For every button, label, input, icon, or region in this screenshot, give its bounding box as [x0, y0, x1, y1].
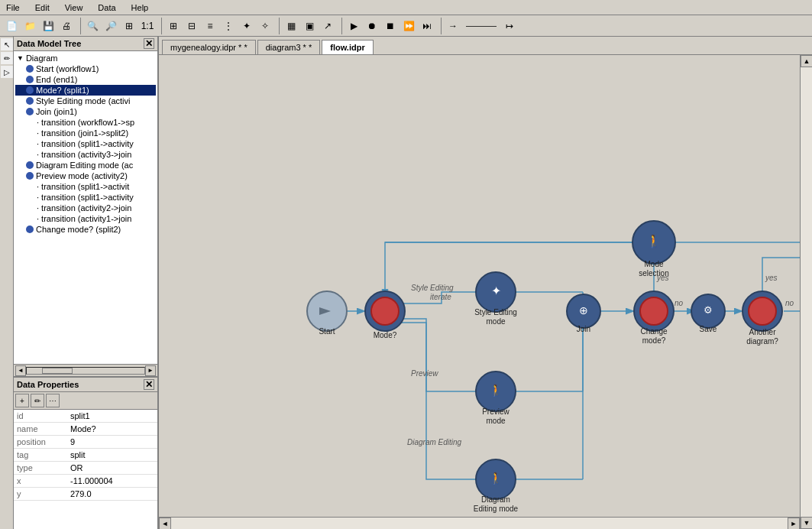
align-button[interactable]: ⊟ — [183, 18, 200, 34]
tool10[interactable]: → — [445, 18, 461, 34]
select-tool[interactable]: ↖ — [1, 38, 13, 50]
scroll-right-canvas[interactable]: ► — [788, 518, 800, 529]
record-button[interactable]: ⏺ — [364, 18, 380, 34]
menu-bar: File Edit View Data Help — [0, 0, 812, 15]
label-no1: no — [675, 299, 684, 307]
tree-item-tr5[interactable]: · transition (split1->activit — [15, 181, 156, 192]
tool6[interactable]: ✧ — [257, 18, 273, 34]
tree-item-label: · transition (split1->activity — [37, 139, 134, 148]
label-preview: Preview — [411, 369, 438, 378]
tree-item-tr8[interactable]: · transition (activity1->join — [15, 213, 156, 224]
tree-item-style-editing[interactable]: Style Editing mode (activi — [15, 96, 156, 106]
tree-item-label: Diagram — [26, 54, 58, 63]
tool5[interactable]: ✦ — [238, 18, 255, 34]
props-table: idsplit1nameMode?position9tagsplittypeOR… — [14, 410, 157, 529]
zoom-out-button[interactable]: 🔎 — [102, 18, 119, 34]
menu-view[interactable]: View — [62, 2, 86, 14]
menu-help[interactable]: Help — [128, 2, 152, 14]
tree-dot-icon — [26, 86, 34, 94]
scroll-up-canvas[interactable]: ▲ — [801, 55, 812, 67]
zoom-100-button[interactable]: 1:1 — [139, 18, 156, 34]
sep4 — [339, 18, 342, 34]
data-props-close[interactable]: ✕ — [144, 379, 154, 390]
tool4[interactable]: ⋮ — [220, 18, 237, 34]
hscroll-track[interactable] — [171, 518, 788, 529]
tree-item-label: · transition (join1->split2) — [37, 128, 128, 138]
open-button[interactable]: 📁 — [21, 18, 38, 34]
props-row: x-11.000004 — [14, 475, 157, 488]
canvas-container: iterate Style Editing Preview Diagram Ed… — [159, 55, 800, 529]
canvas-inner: iterate Style Editing Preview Diagram Ed… — [159, 55, 812, 529]
prop-value: 9 — [67, 436, 157, 449]
tree-item-diagram[interactable]: ▼ Diagram — [15, 53, 156, 63]
sep3 — [277, 18, 280, 34]
zoom-in-button[interactable]: 🔍 — [84, 18, 101, 34]
tree-item-diagram-editing[interactable]: Diagram Editing mode (ac — [15, 160, 156, 170]
new-button[interactable]: 📄 — [3, 18, 20, 34]
prop-key: y — [14, 488, 67, 501]
menu-data[interactable]: Data — [95, 2, 118, 14]
tool8[interactable]: ▣ — [301, 18, 318, 34]
tree-item-tr3[interactable]: · transition (split1->activity — [15, 138, 156, 149]
tree-scrollbar-h[interactable]: ◄ ► — [14, 364, 157, 376]
tree-item-tr6[interactable]: · transition (split1->activity — [15, 192, 156, 203]
props-add-btn[interactable]: + — [15, 394, 29, 407]
menu-edit[interactable]: Edit — [32, 2, 53, 14]
tool11[interactable]: ↦ — [501, 18, 518, 34]
tree-item-tr2[interactable]: · transition (join1->split2) — [15, 128, 156, 138]
step-button[interactable]: ⏭ — [419, 18, 435, 34]
label-style-editing: Style Editing — [411, 284, 454, 292]
tree-item-mode[interactable]: Mode? (split1) — [15, 85, 156, 96]
arrow-tool[interactable]: ▷ — [1, 66, 13, 78]
left-panel: Data Model Tree ✕ ▼ Diagram Start (workf… — [14, 37, 159, 529]
canvas-area[interactable]: iterate Style Editing Preview Diagram Ed… — [159, 55, 800, 517]
tab-flow[interactable]: flow.idpr — [322, 40, 373, 54]
tree-item-join[interactable]: Join (join1) — [15, 106, 156, 117]
zoom-fit-button[interactable]: ⊞ — [121, 18, 137, 34]
tree-item-tr4[interactable]: · transition (activity3->join — [15, 149, 156, 160]
scroll-left-canvas[interactable]: ◄ — [159, 518, 171, 529]
tree-item-start[interactable]: Start (workflow1) — [15, 63, 156, 74]
tree-item-label: · transition (split1->activit — [37, 182, 129, 191]
tree-item-label: Change mode? (split2) — [36, 225, 121, 234]
stop-button[interactable]: ⏹ — [382, 18, 399, 34]
draw-tool[interactable]: ✏ — [1, 52, 13, 64]
props-edit-btn[interactable]: ✏ — [31, 394, 44, 407]
print-button[interactable]: 🖨 — [58, 18, 75, 34]
menu-file[interactable]: File — [3, 2, 23, 14]
node-another-label1: Another — [749, 328, 776, 336]
props-more-btn[interactable]: ⋯ — [46, 394, 60, 407]
tree-item-label: · transition (activity3->join — [37, 150, 131, 159]
sep1 — [78, 18, 81, 34]
edge-mode-preview — [400, 319, 480, 391]
grid-button[interactable]: ⊞ — [165, 18, 182, 34]
play-button[interactable]: ▶ — [345, 18, 362, 34]
node-modesel-label2: selection — [639, 269, 668, 277]
tree-content[interactable]: ▼ Diagram Start (workflow1) End (end1) M… — [14, 51, 157, 364]
scroll-left-btn[interactable]: ◄ — [15, 365, 26, 376]
tool9[interactable]: ↗ — [319, 18, 336, 34]
save-button[interactable]: 💾 — [40, 18, 57, 34]
tree-item-tr1[interactable]: · transition (workflow1->sp — [15, 117, 156, 128]
toolbar: 📄 📁 💾 🖨 🔍 🔎 ⊞ 1:1 ⊞ ⊟ ≡ ⋮ ✦ ✧ ▦ ▣ ↗ ▶ ⏺ … — [0, 15, 812, 37]
fast-fwd-button[interactable]: ⏩ — [400, 18, 417, 34]
scroll-down-canvas[interactable]: ▼ — [801, 517, 812, 529]
tab-diagram3[interactable]: diagram3 * — [257, 40, 321, 54]
tree-panel-close[interactable]: ✕ — [144, 38, 154, 49]
tree-item-preview[interactable]: Preview mode (activity2) — [15, 170, 156, 181]
scroll-right-btn[interactable]: ► — [145, 365, 156, 376]
tree-item-end[interactable]: End (end1) — [15, 74, 156, 85]
tool7[interactable]: ▦ — [283, 18, 299, 34]
tree-item-tr7[interactable]: · transition (activity2->join — [15, 203, 156, 213]
node-diagedit-icon: 🚶 — [489, 472, 503, 485]
tab-mygenealogy[interactable]: mygenealogy.idpr * — [162, 40, 256, 54]
tree-dot-icon — [26, 76, 34, 83]
props-row: idsplit1 — [14, 410, 157, 423]
tool3[interactable]: ≡ — [202, 18, 218, 34]
prop-value: split — [67, 449, 157, 462]
tabs-bar: mygenealogy.idpr * diagram3 * flow.idpr — [159, 37, 812, 55]
node-join-icon: ⊕ — [579, 304, 588, 316]
props-toolbar: + ✏ ⋯ — [14, 392, 157, 410]
tree-item-change-mode[interactable]: Change mode? (split2) — [15, 224, 156, 235]
vscroll-track[interactable] — [801, 67, 812, 517]
